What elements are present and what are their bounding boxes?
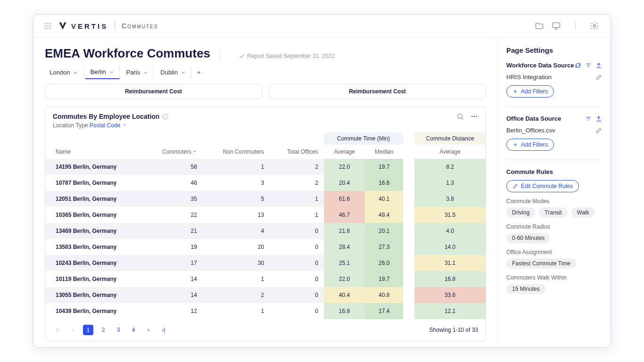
col-commuters[interactable]: Commuters <box>144 145 203 159</box>
cell-offices: 0 <box>270 287 324 303</box>
page-4[interactable]: 4 <box>128 325 139 335</box>
commutes-by-location-panel: Commutes By Employee Location Location T… <box>45 107 486 341</box>
page-settings-sidebar: Page Settings Workforce Data Source HRIS… <box>497 38 611 347</box>
assignment-chip[interactable]: Fastest Commute Time <box>506 258 576 269</box>
cell-noncommuters: 1 <box>203 303 270 319</box>
cell-offices: 0 <box>270 239 324 255</box>
page-next[interactable]: › <box>143 325 154 335</box>
reimbursement-card-right[interactable]: Reimbursement Cost <box>269 84 486 99</box>
col-group-distance: Commute Distance <box>414 132 486 145</box>
page-3[interactable]: 3 <box>113 325 124 335</box>
cell-dist-avg: 1.3 <box>414 175 486 191</box>
radius-chip[interactable]: 0-60 Minutes <box>506 233 550 243</box>
cell-time-avg: 22.0 <box>324 159 365 175</box>
col-time-avg[interactable]: Average <box>324 145 365 159</box>
folder-icon[interactable] <box>535 21 544 31</box>
page-1[interactable]: 1 <box>83 325 93 335</box>
tab-london[interactable]: London <box>45 66 83 79</box>
cell-noncommuters: 5 <box>203 191 270 207</box>
cell-name: 13055 Berlin, Germany <box>45 287 144 303</box>
table-row[interactable]: 12051 Berlin, Germany355161.640.13.8 <box>45 191 486 207</box>
location-type-select[interactable]: Postal Code <box>90 122 127 129</box>
wds-heading: Workforce Data Source <box>506 62 574 69</box>
cell-commuters: 58 <box>144 159 203 175</box>
chevron-down-icon <box>143 70 149 75</box>
plus-icon <box>512 142 518 148</box>
sidebar-title: Page Settings <box>506 46 602 54</box>
walk-chip[interactable]: 15 Minutes <box>506 284 545 294</box>
edit-icon[interactable] <box>595 127 602 134</box>
cell-time-avg: 28.4 <box>324 239 365 255</box>
cell-time-median: 40.8 <box>365 287 403 303</box>
cell-name: 12051 Berlin, Germany <box>45 191 144 207</box>
cell-offices: 1 <box>270 207 324 223</box>
reimbursement-card-left[interactable]: Reimbursement Cost <box>45 84 262 99</box>
more-icon[interactable] <box>471 113 478 120</box>
cell-commuters: 14 <box>144 271 203 287</box>
cell-dist-avg: 31.5 <box>414 207 486 223</box>
mode-chip[interactable]: Walk <box>571 207 595 218</box>
gear-icon[interactable] <box>590 21 599 31</box>
brand-logo[interactable]: VERTIS <box>58 21 108 31</box>
edit-icon[interactable] <box>595 74 602 81</box>
col-time-median[interactable]: Median <box>365 145 403 159</box>
table-row[interactable]: 13055 Berlin, Germany142040.440.833.6 <box>45 287 486 303</box>
drag-handle-icon[interactable] <box>45 23 51 29</box>
svg-point-4 <box>471 116 473 117</box>
table-row[interactable]: 10243 Berlin, Germany1730025.126.031.1 <box>45 255 486 271</box>
page-prev[interactable]: ‹ <box>68 325 78 335</box>
filter-icon[interactable] <box>585 62 592 69</box>
tab-dublin[interactable]: Dublin <box>156 66 191 79</box>
col-offices[interactable]: Total Offices <box>270 145 324 159</box>
panel-title: Commutes By Employee Location <box>53 113 159 120</box>
add-tab-button[interactable]: + <box>193 66 205 79</box>
ods-heading: Office Data Source <box>506 115 561 122</box>
upload-icon[interactable] <box>595 62 602 69</box>
table-row[interactable]: 13583 Berlin, Germany1920028.427.314.0 <box>45 239 486 255</box>
divider <box>115 22 115 30</box>
edit-rules-button[interactable]: Edit Commute Rules <box>506 180 579 192</box>
mode-chip[interactable]: Transit <box>539 207 567 218</box>
table-row[interactable]: 10365 Berlin, Germany2213146.749.431.5 <box>45 207 486 223</box>
table-row[interactable]: 10119 Berlin, Germany141022.019.716.8 <box>45 271 486 287</box>
add-filters-ods-button[interactable]: Add Filters <box>506 139 554 151</box>
cell-name: 10787 Berlin, Germany <box>45 175 144 191</box>
cell-time-median: 49.4 <box>365 207 403 223</box>
page-title: EMEA Workforce Commutes <box>45 46 210 61</box>
tab-berlin[interactable]: Berlin <box>85 66 119 79</box>
info-icon[interactable] <box>162 114 168 120</box>
page-first[interactable]: |‹ <box>53 325 63 335</box>
monitor-icon[interactable] <box>552 21 561 31</box>
col-group-time: Commute Time (Min) <box>324 132 403 145</box>
cell-time-avg: 25.1 <box>324 255 365 271</box>
cell-offices: 2 <box>270 175 324 191</box>
mode-chip[interactable]: Driving <box>506 207 535 218</box>
table-row[interactable]: 14195 Berlin, Germany581222.019.78.2 <box>45 159 486 175</box>
wds-value: HRIS Integration <box>506 74 552 81</box>
table-row[interactable]: 10787 Berlin, Germany463220.416.61.3 <box>45 175 486 191</box>
cell-dist-avg: 8.2 <box>414 159 486 175</box>
cell-name: 13469 Berlin, Germany <box>45 223 144 239</box>
col-name[interactable]: Name <box>45 145 144 159</box>
col-noncommuters[interactable]: Non Commuters <box>203 145 270 159</box>
location-tabs: London Berlin Paris Dublin + <box>45 66 486 79</box>
page-last[interactable]: ›| <box>158 325 169 335</box>
filter-icon[interactable] <box>585 115 592 122</box>
tab-paris[interactable]: Paris <box>122 66 154 79</box>
breadcrumb-section[interactable]: Commutes <box>122 22 158 30</box>
cell-name: 10439 Berlin, Germany <box>45 303 144 319</box>
col-dist-avg[interactable]: Average <box>414 145 486 159</box>
location-type-label: Location Type <box>53 122 88 129</box>
cell-time-median: 19.7 <box>365 271 403 287</box>
cell-dist-avg: 31.1 <box>414 255 486 271</box>
search-icon[interactable] <box>456 113 464 120</box>
page-2[interactable]: 2 <box>98 325 108 335</box>
add-filters-wds-button[interactable]: Add Filters <box>506 85 554 98</box>
table-row[interactable]: 13469 Berlin, Germany214021.820.14.0 <box>45 223 486 239</box>
cell-name: 10119 Berlin, Germany <box>45 271 144 287</box>
topbar: VERTIS Commutes <box>33 15 611 38</box>
cell-time-median: 40.1 <box>365 191 403 207</box>
upload-icon[interactable] <box>595 115 602 122</box>
table-row[interactable]: 10439 Berlin, Germany121016.817.412.1 <box>45 303 486 319</box>
refresh-icon[interactable] <box>575 62 581 69</box>
